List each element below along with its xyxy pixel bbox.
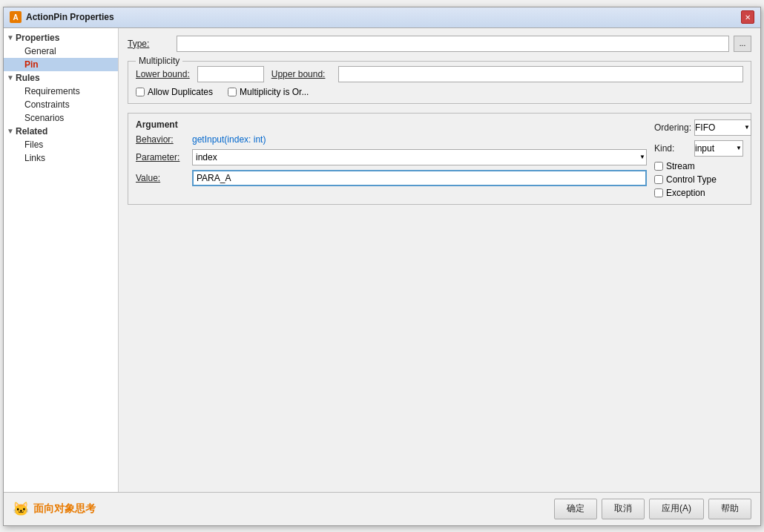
argument-title: Argument [136,119,647,130]
kind-label: Kind: [654,143,691,154]
allow-duplicates-checkbox-item[interactable]: Allow Duplicates [136,87,213,97]
ordering-label: Ordering: [654,122,691,133]
upper-bound-label: Upper bound: [271,69,331,79]
sidebar-item-label: Rules [16,73,40,83]
sidebar-item-label: Pin [24,59,39,70]
dialog-body: ▼ Properties General Pin ▼ Rules Require… [4,28,760,492]
lower-bound-input[interactable] [197,66,264,82]
close-button[interactable]: ✕ [741,10,754,24]
stream-checkbox[interactable] [654,162,663,171]
sidebar-item-scenarios[interactable]: Scenarios [4,111,118,125]
sidebar-item-general[interactable]: General [4,45,118,58]
multiplicity-is-or-label: Multiplicity is Or... [240,87,309,97]
expand-icon: ▼ [7,127,14,135]
expand-icon: ▼ [7,73,14,82]
allow-duplicates-checkbox[interactable] [136,88,145,96]
title-bar-left: A ActionPin Properties [10,11,114,23]
sidebar-item-properties[interactable]: ▼ Properties [4,31,118,45]
parameter-row: Parameter: index ▼ [136,149,647,165]
checkbox-row: Allow Duplicates Multiplicity is Or... [136,87,743,97]
type-browse-button[interactable]: ... [734,36,751,52]
sidebar-item-files[interactable]: Files [4,138,118,151]
multiplicity-is-or-checkbox[interactable] [228,88,237,96]
dialog: A ActionPin Properties ✕ ▼ Properties Ge… [3,7,761,526]
sidebar-item-label: Scenarios [24,113,64,123]
stream-checkbox-item[interactable]: Stream [654,161,743,171]
sidebar-item-constraints[interactable]: Constraints [4,98,118,111]
dialog-icon: A [10,11,22,23]
multiplicity-legend: Multiplicity [136,56,182,66]
value-label: Value: [136,173,188,183]
logo-text: 面向对象思考 [33,502,96,516]
dialog-title: ActionPin Properties [26,12,114,22]
argument-left: Argument Behavior: getInput(index: int) … [136,119,647,198]
sidebar-item-pin[interactable]: Pin [4,58,118,71]
apply-button[interactable]: 应用(A) [649,499,704,519]
bound-row: Lower bound: Upper bound: [136,66,743,82]
parameter-select[interactable]: index [192,149,647,165]
type-label: Type: [128,39,172,49]
parameter-label: Parameter: [136,152,188,162]
title-bar: A ActionPin Properties ✕ [4,7,760,28]
exception-checkbox-item[interactable]: Exception [654,188,743,198]
sidebar-item-label: Related [16,126,47,137]
sidebar-item-label: Links [24,153,45,163]
upper-bound-input[interactable] [338,66,743,82]
sidebar-item-requirements[interactable]: Requirements [4,85,118,98]
behavior-row: Behavior: getInput(index: int) [136,134,647,145]
ordering-select[interactable]: FIFO LIFO Unordered Ordered [694,119,751,136]
bottom-bar: 🐱 面向对象思考 确定 取消 应用(A) 帮助 [4,492,760,525]
sidebar-item-related[interactable]: ▼ Related [4,125,118,138]
sidebar: ▼ Properties General Pin ▼ Rules Require… [4,28,119,492]
multiplicity-group: Multiplicity Lower bound: Upper bound: A… [128,61,751,104]
main-panel: Type: ... Multiplicity Lower bound: Uppe… [119,28,760,492]
behavior-label: Behavior: [136,134,188,145]
value-input[interactable] [192,170,647,186]
lower-bound-label: Lower bound: [136,69,190,79]
argument-right: Ordering: FIFO LIFO Unordered Ordered ▼ [654,119,743,198]
behavior-value: getInput(index: int) [192,134,266,145]
exception-checkbox[interactable] [654,188,663,197]
allow-duplicates-label: Allow Duplicates [148,87,213,97]
bottom-buttons: 确定 取消 应用(A) 帮助 [554,499,751,519]
control-type-checkbox-item[interactable]: Control Type [654,174,743,185]
bottom-logo: 🐱 面向对象思考 [13,501,96,517]
multiplicity-is-or-checkbox-item[interactable]: Multiplicity is Or... [228,87,309,97]
sidebar-item-label: Requirements [24,86,80,96]
confirm-button[interactable]: 确定 [554,499,597,519]
control-type-checkbox[interactable] [654,175,663,184]
sidebar-item-label: Files [24,139,43,150]
ordering-row: Ordering: FIFO LIFO Unordered Ordered ▼ [654,119,743,136]
type-row: Type: ... [128,36,751,52]
kind-row: Kind: input output inout ▼ [654,140,743,157]
value-row: Value: [136,170,647,186]
help-button[interactable]: 帮助 [708,499,751,519]
sidebar-item-rules[interactable]: ▼ Rules [4,71,118,85]
expand-icon: ▼ [7,33,14,42]
cancel-button[interactable]: 取消 [602,499,645,519]
exception-label: Exception [666,188,705,198]
argument-section: Argument Behavior: getInput(index: int) … [128,113,751,205]
type-input[interactable] [177,36,729,52]
stream-label: Stream [666,161,695,171]
sidebar-item-links[interactable]: Links [4,151,118,165]
kind-select[interactable]: input output inout [694,140,743,157]
control-type-label: Control Type [666,174,717,185]
sidebar-item-label: Constraints [24,99,70,110]
sidebar-item-label: Properties [16,33,59,43]
sidebar-item-label: General [24,46,56,56]
